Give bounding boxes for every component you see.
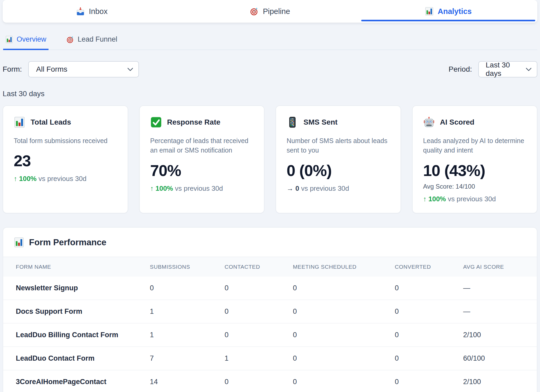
robot-icon [423,116,435,128]
table-row: LeadDuo Contact Form 7 1 0 0 60/100 [3,347,537,370]
form-select-value: All Forms [36,65,67,74]
period-caption: Last 30 days [3,90,537,98]
cell-submissions: 7 [144,347,219,370]
check-icon [150,116,162,128]
cell-meeting-scheduled: 0 [288,300,390,323]
table-header-row: FORM NAME SUBMISSIONS CONTACTED MEETING … [3,257,537,277]
cell-form-name: LeadDuo Contact Form [3,347,144,370]
inbox-icon [76,7,85,16]
target-icon [250,7,259,16]
bar-chart-icon [425,7,434,16]
column-meeting-scheduled: MEETING SCHEDULED [288,257,390,277]
form-performance-header: Form Performance [3,228,537,257]
form-performance-title: Form Performance [29,237,106,247]
subtab-lead-funnel-label: Lead Funnel [78,35,117,43]
metric-change: ↑ 100% vs previous 30d [423,195,527,203]
chevron-down-icon [525,66,532,73]
metric-title: AI Scored [440,118,475,126]
table-row: LeadDuo Billing Contact Form 1 0 0 0 2/1… [3,323,537,347]
column-avg-ai-score: AVG AI SCORE [458,257,537,277]
cell-avg-ai-score: — [458,300,537,323]
form-select[interactable]: All Forms [28,61,139,77]
cell-converted: 0 [389,323,458,347]
tab-inbox-label: Inbox [89,7,108,16]
cell-form-name: Docs Support Form [3,300,144,323]
cell-contacted: 1 [219,347,288,370]
cell-submissions: 14 [144,370,219,392]
cell-submissions: 0 [144,277,219,300]
metric-card-ai-scored: AI Scored Leads analyzed by AI to determ… [412,105,538,213]
cell-contacted: 0 [219,300,288,323]
metric-change-value: → 0 [287,184,299,192]
metric-change-value: ↑ 100% [150,184,173,192]
cell-meeting-scheduled: 0 [288,370,390,392]
metric-description: Total form submissions received [14,136,117,145]
metric-subtext: Avg Score: 14/100 [423,183,527,190]
table-row: Newsletter Signup 0 0 0 0 — [3,277,537,300]
form-performance-panel: Form Performance FORM NAME SUBMISSIONS C… [3,227,537,392]
metric-description: Percentage of leads that received an ema… [150,136,254,155]
column-submissions: SUBMISSIONS [144,257,219,277]
tab-pipeline[interactable]: Pipeline [181,0,359,23]
metric-change-suffix: vs previous 30d [38,175,86,183]
cell-converted: 0 [389,370,458,392]
cell-avg-ai-score: — [458,277,537,300]
metric-card-sms-sent: SMS Sent Number of SMS alerts about lead… [276,105,401,213]
period-select-value: Last 30 days [486,61,522,78]
cell-converted: 0 [389,277,458,300]
analytics-sub-tabs: Overview Lead Funnel [3,35,537,50]
metric-change: ↑ 100% vs previous 30d [150,184,254,193]
bar-chart-icon [14,116,25,128]
period-filter-label: Period: [449,65,472,74]
tab-analytics-label: Analytics [438,7,472,16]
cell-submissions: 1 [144,323,219,347]
metric-description: Leads analyzed by AI to determine qualit… [423,136,527,155]
period-select[interactable]: Last 30 days [478,61,537,77]
subtab-overview-label: Overview [17,35,46,43]
metric-title: Total Leads [31,118,71,126]
metric-description: Number of SMS alerts about leads sent to… [287,136,390,155]
bar-chart-icon [14,237,24,248]
subtab-overview[interactable]: Overview [3,35,49,50]
column-contacted: CONTACTED [219,257,288,277]
tab-pipeline-label: Pipeline [263,7,290,16]
column-converted: CONVERTED [389,257,458,277]
metric-value: 23 [14,152,117,170]
form-filter-label: Form: [3,65,22,74]
metric-value: 10 (43%) [423,161,527,180]
metric-change-suffix: vs previous 30d [301,184,349,192]
metric-value: 70% [150,161,254,180]
bar-chart-icon [5,36,13,43]
cell-form-name: 3CoreAIHomePageContact [3,370,144,392]
subtab-lead-funnel[interactable]: Lead Funnel [64,35,119,50]
metric-title: Response Rate [167,118,220,126]
column-form-name: FORM NAME [3,257,144,277]
cell-avg-ai-score: 2/100 [458,323,537,347]
cell-converted: 0 [389,347,458,370]
cell-meeting-scheduled: 0 [288,347,390,370]
metric-change-value: ↑ 100% [14,175,37,183]
metric-cards: Total Leads Total form submissions recei… [3,105,537,213]
metric-card-response-rate: Response Rate Percentage of leads that r… [139,105,265,213]
chevron-down-icon [127,66,134,73]
table-row: Docs Support Form 1 0 0 0 — [3,300,537,323]
cell-form-name: Newsletter Signup [3,277,144,300]
top-nav-bar: Inbox Pipeline Analytics [3,0,537,23]
cell-meeting-scheduled: 0 [288,277,390,300]
tab-analytics[interactable]: Analytics [359,0,537,23]
tab-inbox[interactable]: Inbox [3,0,181,23]
metric-change: → 0 vs previous 30d [287,184,390,193]
metric-value: 0 (0%) [287,161,390,180]
metric-title: SMS Sent [303,118,338,126]
target-icon [66,36,74,43]
metric-change-suffix: vs previous 30d [175,184,223,192]
cell-submissions: 1 [144,300,219,323]
form-performance-table: FORM NAME SUBMISSIONS CONTACTED MEETING … [3,257,537,392]
cell-contacted: 0 [219,277,288,300]
table-row: 3CoreAIHomePageContact 14 0 0 0 2/100 [3,370,537,392]
cell-avg-ai-score: 2/100 [458,370,537,392]
metric-card-total-leads: Total Leads Total form submissions recei… [3,105,128,213]
metric-change: ↑ 100% vs previous 30d [14,175,117,183]
cell-converted: 0 [389,300,458,323]
cell-contacted: 0 [219,323,288,347]
